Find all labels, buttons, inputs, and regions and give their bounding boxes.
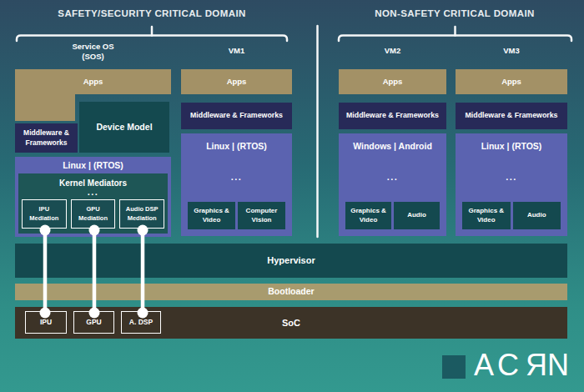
right-domain-bracket [339,36,571,42]
soc-bar: SoC IPU GPU A. DSP [15,307,567,339]
vm1-computer-vision-box: Computer Vision [238,202,285,229]
vm3-ellipsis: ... [456,173,567,182]
logo-text-pre: AC [474,348,522,382]
sos-middleware-line1: Middleware & [15,128,78,138]
logo-text-post: N [547,348,572,382]
gpu-mediation-box: GPU Mediation [71,199,116,229]
vm1-apps-box: Apps [181,69,292,94]
kernel-mediators-ellipsis: ... [18,188,168,197]
vm1-service1-line1: Graphics & [188,207,235,216]
audio-dsp-mediation-line2: Mediation [120,214,164,223]
vm2-ellipsis: ... [339,173,446,182]
vm2-services-row: Graphics & Video Audio [345,202,440,229]
mediator-row: IPU Mediation GPU Mediation Audio DSP Me… [22,199,164,229]
gpu-mediation-line1: GPU [72,205,115,214]
acrn-logo-wordmark: ACRN [474,348,572,383]
sos-label-line2: (SOS) [15,52,171,62]
ipu-mediation-line1: IPU [23,205,66,214]
vm3-graphics-video-box: Graphics & Video [462,202,511,229]
vm1-os-label: Linux | (RTOS) [181,133,292,153]
vm2-service2-line1: Audio [394,211,440,220]
vm2-graphics-video-box: Graphics & Video [345,202,391,229]
vm1-ellipsis: ... [181,173,292,182]
acrn-architecture-diagram: SAFETY/SECURITY CRITICAL DOMAIN NON-SAFE… [0,0,584,392]
vm3-os-label: Linux | (RTOS) [456,133,567,153]
sos-apps-box: Apps [15,69,171,94]
vm3-os-box: Linux | (RTOS) ... Graphics & Video Audi… [456,133,567,236]
vm1-service2-line1: Computer [238,207,285,216]
column-label-vm3: VM3 [456,46,567,56]
audio-dsp-chip-box: A. DSP [121,311,161,334]
vm2-apps-box: Apps [339,69,446,94]
ipu-mediation-box: IPU Mediation [22,199,67,229]
sos-label-line1: Service OS [15,42,171,52]
column-label-sos: Service OS (SOS) [15,42,171,63]
left-domain-bracket [17,36,287,42]
vm3-service1-line2: Video [462,216,511,225]
vm3-audio-box: Audio [513,202,561,229]
safety-domain-title: SAFETY/SECURITY CRITICAL DOMAIN [14,8,289,18]
non-safety-domain-title: NON-SAFETY CRITICAL DOMAIN [338,8,571,18]
logo-mirrored-r: R [522,348,547,383]
vm1-middleware-box: Middleware & Frameworks [181,103,292,129]
ipu-mediation-line2: Mediation [23,214,66,223]
vm1-os-box: Linux | (RTOS) ... Graphics & Video Comp… [181,133,292,236]
vm1-service2-line2: Vision [238,216,285,225]
vm2-os-box: Windows | Android ... Graphics & Video A… [339,133,446,236]
vm2-middleware-box: Middleware & Frameworks [339,103,446,129]
vm2-os-label: Windows | Android [339,133,446,153]
sos-os-label: Linux | (RTOS) [15,157,171,172]
vm1-graphics-video-box: Graphics & Video [188,202,235,229]
vm3-middleware-box: Middleware & Frameworks [456,103,567,129]
gpu-chip-box: GPU [73,311,114,334]
vm1-service1-line2: Video [188,216,235,225]
vm1-services-row: Graphics & Video Computer Vision [188,202,285,229]
column-label-vm2: VM2 [339,46,446,56]
audio-dsp-mediation-box: Audio DSP Mediation [119,199,164,229]
ipu-chip-box: IPU [25,311,67,334]
vm2-service1-line1: Graphics & [345,207,391,216]
audio-dsp-mediation-line1: Audio DSP [120,205,164,214]
column-label-vm1: VM1 [181,46,292,56]
sos-device-model-box: Device Model [79,102,169,153]
sos-apps-box-extension [15,93,75,121]
sos-middleware-line2: Frameworks [15,138,78,148]
vm3-apps-box: Apps [456,69,567,94]
vm3-service2-line1: Audio [513,211,561,220]
sos-middleware-box: Middleware & Frameworks [15,123,78,153]
vm3-service1-line1: Graphics & [462,207,511,216]
bootloader-bar: Bootloader [15,284,567,300]
vm2-service1-line2: Video [345,216,391,225]
acrn-logo-square-icon [442,355,466,379]
vm2-audio-box: Audio [394,202,440,229]
vm3-services-row: Graphics & Video Audio [462,202,561,229]
hypervisor-bar: Hypervisor [15,244,567,278]
gpu-mediation-line2: Mediation [72,214,115,223]
